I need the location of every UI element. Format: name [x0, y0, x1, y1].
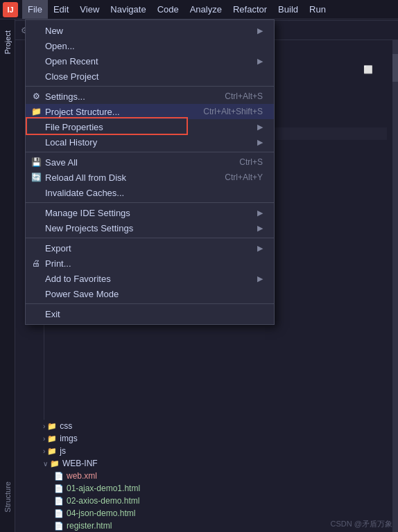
tree-label-WEB-INF: WEB-INF [62, 459, 98, 468]
tree-item-02-axios-demo.html[interactable]: 📄02-axios-demo.html [15, 495, 196, 507]
folder-icon-WEB-INF: 📁 [50, 459, 60, 468]
menu-navigate[interactable]: Navigate [105, 0, 151, 19]
menu-item-new_projects[interactable]: New Projects Settings▶ [26, 220, 274, 236]
folder-icon-js: 📁 [47, 447, 57, 456]
menu-item-export[interactable]: Export▶ [26, 240, 274, 256]
menu-item-shortcut-project_structure: Ctrl+Alt+Shift+S [203, 107, 263, 116]
menu-code[interactable]: Code [152, 0, 184, 19]
menu-divider [26, 86, 274, 87]
menu-item-label-print: Print... [45, 258, 263, 269]
folder-arrow-WEB-INF: ∨ [43, 460, 48, 468]
tree-item-01-ajax-demo1.html[interactable]: 📄01-ajax-demo1.html [15, 482, 196, 495]
menu-divider [26, 238, 274, 238]
menu-divider [26, 303, 274, 304]
menu-run[interactable]: Run [304, 0, 331, 19]
file-tree: ›📁css›📁imgs›📁js∨📁WEB-INF📄web.xml📄01-ajax… [15, 420, 196, 532]
menu-item-print[interactable]: 🖨Print... [26, 256, 274, 271]
tree-item-web.xml[interactable]: 📄web.xml [15, 470, 196, 482]
tree-label-js: js [60, 446, 66, 456]
tree-label-01-ajax-demo1.html: 01-ajax-demo1.html [67, 484, 140, 493]
menu-item-label-close_project: Close Project [45, 71, 263, 82]
tree-item-imgs[interactable]: ›📁imgs [15, 432, 196, 445]
menu-item-label-open: Open... [45, 41, 263, 51]
menu-item-close_project[interactable]: Close Project [26, 69, 274, 84]
menu-build[interactable]: Build [272, 0, 304, 19]
tree-label-imgs: imgs [60, 434, 77, 443]
menu-item-new[interactable]: New▶ [26, 23, 274, 38]
tree-item-register.html[interactable]: 📄register.html [15, 520, 196, 532]
menu-item-arrow-manage_ide: ▶ [257, 209, 263, 218]
menu-item-arrow-new: ▶ [257, 26, 263, 35]
tree-item-WEB-INF[interactable]: ∨📁WEB-INF [15, 457, 196, 470]
save_all-icon: 💾 [30, 157, 42, 167]
menu-item-power_save[interactable]: Power Save Mode [26, 286, 274, 301]
menu-item-open_recent[interactable]: Open Recent▶ [26, 53, 274, 69]
settings-icon: ⚙ [30, 91, 42, 101]
tree-item-css[interactable]: ›📁css [15, 420, 196, 432]
menu-item-label-new_projects: New Projects Settings [45, 223, 254, 233]
menu-item-save_all[interactable]: 💾Save AllCtrl+S [26, 154, 274, 170]
menu-divider [26, 152, 274, 152]
menu-item-label-save_all: Save All [45, 157, 225, 168]
tree-label-02-axios-demo.html: 02-axios-demo.html [67, 496, 139, 506]
right-sidebar [387, 40, 398, 532]
menu-item-label-invalidate_caches: Invalidate Caches... [45, 188, 263, 198]
tree-label-04-json-demo.html: 04-json-demo.html [67, 508, 135, 518]
menu-item-label-exit: Exit [45, 309, 263, 319]
menu-item-label-local_history: Local History [45, 137, 254, 148]
folder-icon-imgs: 📁 [47, 434, 57, 443]
menu-item-label-file_properties: File Properties [45, 122, 254, 132]
menu-item-local_history[interactable]: Local History▶ [26, 134, 274, 150]
menu-edit[interactable]: Edit [48, 0, 74, 19]
menu-item-label-manage_ide: Manage IDE Settings [45, 208, 254, 218]
menu-item-file_properties[interactable]: File Properties▶ [26, 119, 274, 134]
file-icon-01-ajax-demo1.html: 📄 [54, 484, 64, 493]
menu-item-label-add_favorites: Add to Favorites [45, 274, 254, 284]
menu-item-label-settings: Settings... [45, 91, 211, 102]
app-logo: IJ [3, 2, 18, 17]
menu-item-arrow-open_recent: ▶ [257, 57, 263, 66]
watermark: CSDN @矛盾万象 [331, 519, 392, 529]
file-icon-02-axios-demo.html: 📄 [54, 497, 64, 506]
menu-item-arrow-local_history: ▶ [257, 138, 263, 147]
menu-item-arrow-file_properties: ▶ [257, 123, 263, 132]
project-panel-tab[interactable]: Project [2, 25, 13, 60]
tree-item-js[interactable]: ›📁js [15, 445, 196, 457]
menu-item-shortcut-settings: Ctrl+Alt+S [225, 91, 263, 101]
project_structure-icon: 📁 [30, 107, 42, 116]
file-menu-dropdown: New▶Open...Open Recent▶Close Project⚙Set… [25, 19, 275, 325]
tree-item-04-json-demo.html[interactable]: 📄04-json-demo.html [15, 507, 196, 520]
menu-item-project_structure[interactable]: 📁Project Structure...Ctrl+Alt+Shift+S [26, 104, 274, 119]
folder-icon-css: 📁 [47, 422, 57, 431]
reload-icon: 🔄 [30, 172, 42, 182]
menu-item-invalidate_caches[interactable]: Invalidate Caches... [26, 185, 274, 200]
left-sidebar: Project Structure [0, 19, 15, 532]
file-icon-web.xml: 📄 [54, 472, 64, 481]
menu-item-arrow-export: ▶ [257, 244, 263, 253]
menu-item-shortcut-save_all: Ctrl+S [239, 157, 263, 167]
scrollbar-thumb[interactable] [392, 54, 398, 82]
menu-item-shortcut-reload: Ctrl+Alt+Y [225, 172, 263, 182]
tree-label-web.xml: web.xml [67, 471, 97, 481]
menu-analyze[interactable]: Analyze [184, 0, 227, 19]
menu-item-exit[interactable]: Exit [26, 306, 274, 321]
menu-item-reload[interactable]: 🔄Reload All from DiskCtrl+Alt+Y [26, 170, 274, 185]
folder-arrow-imgs: › [43, 435, 45, 443]
menu-bar: IJ File Edit View Navigate Code Analyze … [0, 0, 398, 19]
menu-refactor[interactable]: Refactor [227, 0, 272, 19]
menu-item-open[interactable]: Open... [26, 38, 274, 53]
file-icon-register.html: 📄 [54, 522, 64, 531]
menu-item-manage_ide[interactable]: Manage IDE Settings▶ [26, 205, 274, 220]
structure-panel-tab[interactable]: Structure [2, 476, 13, 518]
scrollbar-track [392, 40, 398, 532]
warning-icon: ⬜ [363, 65, 373, 74]
menu-view[interactable]: View [74, 0, 105, 19]
menu-item-settings[interactable]: ⚙Settings...Ctrl+Alt+S [26, 89, 274, 104]
menu-file[interactable]: File [22, 0, 48, 19]
tree-label-register.html: register.html [67, 521, 112, 531]
menu-item-add_favorites[interactable]: Add to Favorites▶ [26, 271, 274, 286]
menu-item-label-project_structure: Project Structure... [45, 107, 189, 117]
menu-divider [26, 202, 274, 203]
folder-arrow-css: › [43, 423, 45, 430]
print-icon: 🖨 [30, 258, 42, 268]
